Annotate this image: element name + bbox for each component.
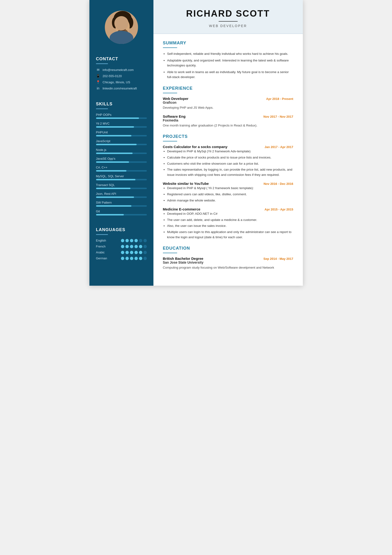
skill-bar-fill bbox=[96, 117, 139, 119]
resume-container: CONTACT ✉ info@resumekraft.com 📱 202-555… bbox=[89, 0, 303, 286]
project-bullet: Admin manage the whole website. bbox=[167, 198, 293, 203]
experience-item: Web Developer Apr 2018 - Present Grafico… bbox=[163, 97, 293, 110]
skill-item: Node.js bbox=[96, 148, 147, 154]
skill-label: Node.js bbox=[96, 148, 147, 152]
exp-header: Web Developer Apr 2018 - Present bbox=[163, 97, 293, 101]
project-name: Medicine E-commerce bbox=[163, 207, 200, 211]
skill-bar-bg bbox=[96, 170, 147, 172]
skill-bar-bg bbox=[96, 188, 147, 189]
language-dot bbox=[130, 239, 133, 242]
language-dot bbox=[130, 257, 133, 260]
project-bullet: Developed in OOP, ADO.NET in C# bbox=[167, 211, 293, 216]
exp-date: Nov 2017 - Nov 2017 bbox=[264, 115, 293, 118]
project-date: Jan 2017 - Apr 2017 bbox=[265, 145, 293, 149]
linkedin-value: linkedin.com/resumekraft bbox=[103, 87, 137, 90]
education-title: EDUCATION bbox=[163, 246, 293, 251]
location-icon: 📍 bbox=[96, 80, 100, 84]
skill-bar-fill bbox=[96, 170, 126, 172]
languages-section: LANGUAGES English French Arabic German bbox=[89, 223, 153, 267]
skill-label: Json, Rest API bbox=[96, 192, 147, 196]
summary-item: Able to work well in teams as well as in… bbox=[167, 70, 293, 80]
candidate-name: RICHARD SCOTT bbox=[163, 8, 293, 19]
skill-item: Transact SQL bbox=[96, 183, 147, 189]
projects-divider bbox=[163, 141, 177, 141]
svg-point-8 bbox=[110, 37, 136, 45]
language-dot bbox=[125, 239, 129, 242]
phone-icon: 📱 bbox=[96, 74, 100, 78]
sidebar: CONTACT ✉ info@resumekraft.com 📱 202-555… bbox=[89, 0, 153, 286]
project-name: Costs Calculator for a socks company bbox=[163, 145, 228, 149]
skill-bar-fill bbox=[96, 188, 131, 189]
summary-list: Self-independent, reliable and friendly … bbox=[163, 51, 293, 80]
main-header: RICHARD SCOTT WEB DEVELOPER bbox=[153, 0, 303, 34]
language-name: English bbox=[96, 239, 106, 242]
skill-label: SW Pattern bbox=[96, 201, 147, 204]
project-item: Medicine E-commerce Apr 2015 - Apr 2015 … bbox=[163, 207, 293, 240]
skill-bar-bg bbox=[96, 179, 147, 180]
project-bullet: Developed in PHP & MySql (Yii 2 framewor… bbox=[167, 149, 293, 154]
location-value: Chicago, Illinois, US bbox=[103, 80, 130, 84]
skill-bar-bg bbox=[96, 144, 147, 145]
languages-title: LANGUAGES bbox=[96, 223, 147, 232]
contact-phone: 📱 202-555-0120 bbox=[96, 74, 147, 78]
skill-item: MySQL, SQL Server bbox=[96, 174, 147, 180]
language-dots bbox=[121, 251, 147, 254]
language-dot bbox=[135, 245, 138, 248]
project-bullet: Customers who visit the online showroom … bbox=[167, 161, 293, 166]
language-item: French bbox=[96, 245, 147, 248]
exp-company: Foxmedia bbox=[163, 118, 293, 122]
skill-item: C#, C++ bbox=[96, 166, 147, 172]
language-dot bbox=[125, 251, 129, 254]
project-bullet: Registered users can add videos, like, d… bbox=[167, 192, 293, 197]
language-dot bbox=[135, 257, 138, 260]
contact-linkedin: in linkedin.com/resumekraft bbox=[96, 86, 147, 90]
experience-section: EXPERIENCE Web Developer Apr 2018 - Pres… bbox=[163, 86, 293, 128]
avatar-image bbox=[105, 9, 138, 45]
skill-bar-bg bbox=[96, 214, 147, 215]
language-item: Arabic bbox=[96, 251, 147, 254]
svg-point-7 bbox=[117, 29, 128, 35]
main-content: RICHARD SCOTT WEB DEVELOPER SUMMARY Self… bbox=[153, 0, 303, 286]
exp-header: Software Eng Nov 2017 - Nov 2017 bbox=[163, 114, 293, 118]
contact-email: ✉ info@resumekraft.com bbox=[96, 68, 147, 72]
email-value: info@resumekraft.com bbox=[103, 68, 134, 72]
project-header: Medicine E-commerce Apr 2015 - Apr 2015 bbox=[163, 207, 293, 211]
education-section: EDUCATION British Bachelor Degree Sep 20… bbox=[163, 246, 293, 270]
language-name: German bbox=[96, 256, 107, 260]
skill-bar-bg bbox=[96, 197, 147, 198]
skills-title: SKILLS bbox=[96, 97, 147, 107]
language-dot bbox=[143, 245, 147, 248]
experience-divider bbox=[163, 93, 177, 93]
skill-bar-fill bbox=[96, 179, 136, 180]
language-dot bbox=[121, 245, 124, 248]
exp-desc: Developing PHP and JS Web Apps. bbox=[163, 105, 293, 110]
project-bullet: Also, the user can issue the sales invoi… bbox=[167, 223, 293, 228]
contact-title: CONTACT bbox=[96, 52, 147, 61]
language-dot bbox=[130, 245, 133, 248]
language-dot bbox=[139, 251, 142, 254]
summary-item: Adaptable quickly, and organized well. I… bbox=[167, 58, 293, 68]
language-dot bbox=[139, 257, 142, 260]
languages-divider bbox=[96, 234, 108, 235]
summary-item: Self-independent, reliable and friendly … bbox=[167, 51, 293, 57]
skill-item: Yii 2 MVC bbox=[96, 122, 147, 128]
project-date: Nov 2016 - Dec 2016 bbox=[264, 182, 293, 186]
summary-title: SUMMARY bbox=[163, 41, 293, 45]
skill-bar-fill bbox=[96, 214, 124, 215]
svg-point-2 bbox=[112, 17, 119, 29]
language-item: English bbox=[96, 239, 147, 242]
skill-label: C#, C++ bbox=[96, 166, 147, 169]
language-item: German bbox=[96, 256, 147, 260]
skill-bar-bg bbox=[96, 117, 147, 119]
exp-date: Apr 2018 - Present bbox=[266, 97, 293, 101]
contact-location: 📍 Chicago, Illinois, US bbox=[96, 80, 147, 84]
edu-desc: Computing program study focusing on Web/… bbox=[163, 265, 293, 270]
language-dot bbox=[135, 239, 138, 242]
language-dot bbox=[139, 245, 142, 248]
skill-bar-fill bbox=[96, 135, 132, 136]
project-date: Apr 2015 - Apr 2015 bbox=[265, 208, 293, 211]
skill-item: PHPUnit bbox=[96, 131, 147, 136]
projects-title: PROJECTS bbox=[163, 134, 293, 139]
projects-list: Costs Calculator for a socks company Jan… bbox=[163, 145, 293, 240]
skill-bar-bg bbox=[96, 205, 147, 207]
